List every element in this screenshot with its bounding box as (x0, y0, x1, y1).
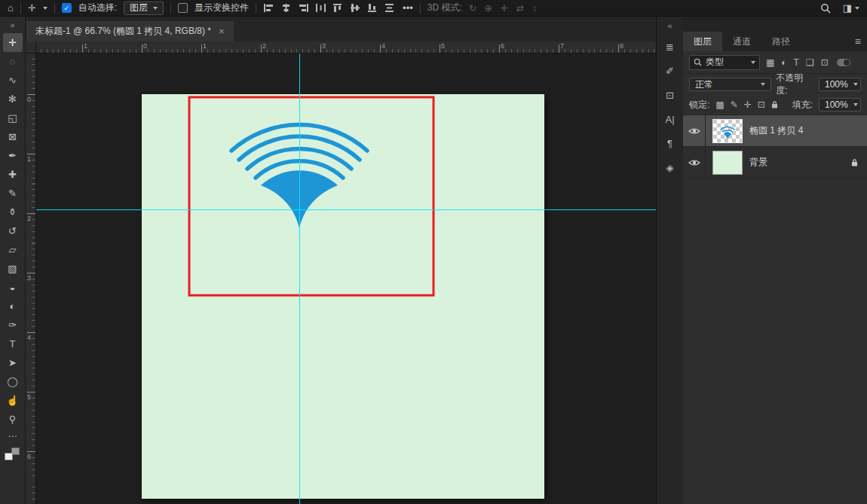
show-transform-checkbox[interactable] (178, 3, 188, 13)
layer-row-ellipse-copy[interactable]: 椭圆 1 拷贝 4 (683, 115, 867, 147)
paragraph-panel-icon[interactable]: ¶ (657, 131, 684, 155)
shape-tool[interactable]: ◯ (0, 372, 26, 391)
hand-tool[interactable]: ☝ (0, 391, 26, 410)
panel-menu-icon[interactable]: ≡ (855, 32, 861, 51)
3d-slide-icon[interactable]: ⇄ (516, 3, 524, 14)
brush-settings-panel-icon[interactable]: ≣ (657, 35, 684, 59)
zoom-tool-icon: ⚲ (9, 414, 17, 425)
workspace-switcher[interactable]: ◨ (843, 3, 859, 13)
layer-name[interactable]: 椭圆 1 拷贝 4 (749, 124, 803, 137)
blend-mode-dropdown[interactable]: 正常 (689, 78, 771, 91)
blur-tool[interactable]: ◒ (0, 278, 26, 297)
foreground-color-swatch[interactable] (5, 453, 13, 460)
lock-position-icon[interactable]: ✛ (744, 99, 752, 110)
zoom-tool[interactable]: ⚲ (0, 410, 26, 429)
healing-brush-tool[interactable]: ✚ (0, 165, 26, 184)
type-tool[interactable]: T (0, 334, 26, 353)
tab-channels[interactable]: 通道 (722, 32, 761, 51)
move-tool-preset-icon[interactable]: ✛ (28, 3, 36, 13)
panels-collapse-icon[interactable]: « (667, 17, 672, 35)
ruler-origin-corner[interactable] (26, 41, 36, 53)
tab-layers[interactable]: 图层 (683, 32, 722, 51)
clone-stamp-tool[interactable]: ⚱ (0, 203, 26, 221)
layer-kind-filter-dropdown[interactable]: 类型 (689, 55, 760, 70)
history-brush-tool[interactable]: ↺ (0, 221, 26, 240)
eye-icon[interactable] (688, 158, 700, 167)
3d-scale-icon[interactable]: ↕ (532, 3, 537, 14)
distribute-horizontal-icon[interactable] (315, 3, 326, 13)
align-bottom-icon[interactable] (367, 3, 378, 13)
foreground-background-swatches[interactable] (5, 447, 21, 463)
document-tab[interactable]: 未标题-1 @ 66.7% (椭圆 1 拷贝 4, RGB/8) * × (26, 21, 234, 41)
pen-tool-icon: ✑ (8, 319, 17, 331)
filter-pixel-layers-icon[interactable]: ▦ (766, 57, 774, 68)
eye-icon[interactable] (688, 127, 700, 136)
lock-label: 锁定: (689, 99, 709, 111)
lock-icons-group: ▦ ✎ ✛ ⊡ (715, 99, 778, 110)
ruler-number: 0 (27, 96, 31, 103)
character-panel-icon[interactable]: A| (657, 107, 684, 131)
3d-panel-icon[interactable]: ◈ (657, 155, 684, 179)
move-tool[interactable]: ✛ (3, 33, 23, 52)
eraser-tool[interactable]: ▱ (0, 240, 26, 259)
ruler-vertical[interactable]: 0 1 2 3 4 5 6 (26, 53, 36, 504)
layer-name[interactable]: 背景 (749, 156, 767, 169)
align-right-icon[interactable] (298, 3, 309, 13)
toolbar-collapse-icon[interactable]: » (10, 17, 14, 33)
auto-select-target-value: 图层 (130, 2, 148, 14)
dodge-tool[interactable]: ◐ (0, 297, 26, 316)
align-top-icon[interactable] (332, 3, 344, 13)
edit-toolbar-icon[interactable]: ⋯ (8, 431, 17, 441)
layer-thumbnail[interactable] (712, 119, 743, 143)
brush-tool[interactable]: ✎ (0, 184, 26, 203)
ruler-number: 2 (27, 215, 31, 222)
eyedropper-tool[interactable]: ✒ (0, 146, 26, 165)
brushes-panel-icon[interactable]: ✐ (657, 59, 684, 83)
fill-label: 填充: (792, 99, 813, 111)
guide-vertical[interactable] (299, 53, 300, 504)
lock-artboard-icon[interactable]: ⊡ (758, 99, 765, 110)
ruler-horizontal[interactable]: 1 0 1 2 3 4 5 6 7 8 (36, 41, 656, 53)
clone-source-panel-icon[interactable]: ⊡ (657, 83, 684, 107)
filter-shape-layers-icon[interactable]: ❏ (806, 57, 814, 68)
auto-select-checkbox[interactable]: ✓ (62, 3, 72, 13)
visibility-cell[interactable] (683, 147, 706, 178)
filter-type-layers-icon[interactable]: T (794, 57, 799, 68)
lock-transparency-icon[interactable]: ▦ (715, 99, 724, 110)
align-center-horizontal-icon[interactable] (280, 3, 292, 13)
search-icon[interactable] (820, 3, 831, 14)
frame-tool[interactable]: ⊠ (0, 127, 26, 146)
filter-adjustment-layers-icon[interactable]: ◐ (781, 57, 786, 68)
fill-dropdown[interactable]: 100% (819, 98, 861, 111)
3d-orbit-icon[interactable]: ↻ (469, 3, 476, 14)
3d-roll-icon[interactable]: ⊕ (485, 3, 492, 14)
align-middle-icon[interactable] (350, 3, 361, 13)
canvas-area[interactable]: 1 0 1 2 3 4 5 6 7 8 0 1 2 3 4 5 6 (26, 41, 656, 504)
lock-pixels-icon[interactable]: ✎ (731, 99, 738, 110)
filter-smart-objects-icon[interactable]: ⊡ (821, 57, 829, 68)
auto-select-target-dropdown[interactable]: 图层 (124, 2, 164, 15)
gradient-tool[interactable]: ▧ (0, 259, 26, 278)
lasso-tool[interactable]: ∿ (0, 71, 26, 90)
tab-close-icon[interactable]: × (219, 26, 225, 37)
filter-toggle-switch[interactable] (837, 59, 850, 66)
document-canvas[interactable] (142, 94, 544, 499)
chevron-down-icon[interactable] (43, 7, 47, 10)
layer-thumbnail[interactable] (712, 151, 743, 175)
tab-paths[interactable]: 路径 (761, 32, 801, 51)
distribute-vertical-icon[interactable] (384, 3, 396, 13)
path-selection-tool[interactable]: ➤ (0, 353, 26, 372)
guide-horizontal[interactable] (36, 209, 656, 210)
marquee-tool[interactable]: ◌ (0, 52, 26, 71)
opacity-dropdown[interactable]: 100% (819, 78, 861, 91)
crop-tool[interactable]: ◱ (0, 108, 26, 127)
visibility-cell[interactable] (683, 115, 706, 146)
home-icon[interactable]: ⌂ (8, 3, 14, 13)
3d-pan-icon[interactable]: ✛ (501, 3, 508, 14)
lock-all-icon[interactable] (771, 100, 778, 109)
quick-selection-tool[interactable]: ✻ (0, 90, 26, 108)
pen-tool[interactable]: ✑ (0, 316, 26, 334)
more-options-icon[interactable]: ••• (403, 3, 413, 13)
layer-row-background[interactable]: 背景 (683, 147, 867, 179)
align-left-icon[interactable] (263, 3, 274, 13)
